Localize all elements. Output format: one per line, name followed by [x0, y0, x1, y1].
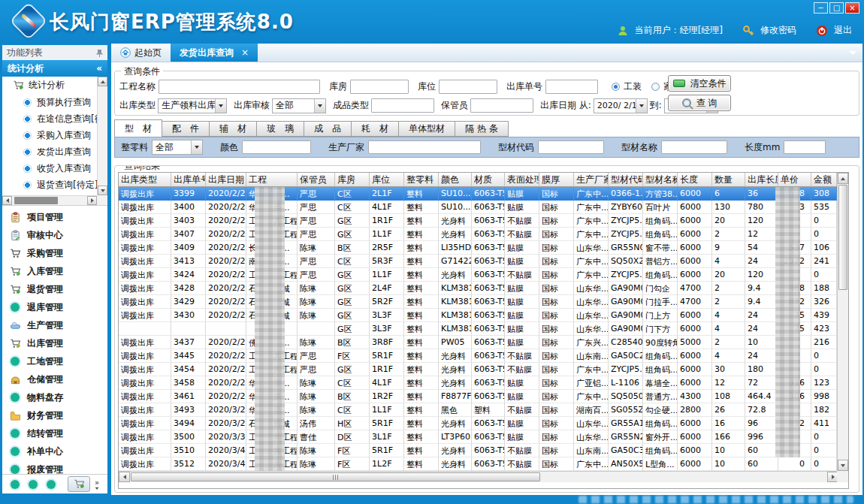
column-header[interactable]: 膜厚	[539, 173, 574, 187]
table-row[interactable]: 调拨出库34942020/3/2石 辉城汤伟H区5R1F整料光身料6063-T5…	[119, 417, 848, 430]
radio-unchecked[interactable]	[651, 83, 660, 91]
collapse-icon[interactable]: «	[96, 63, 102, 74]
table-row[interactable]: 调拨出库33992020/2/25华 原...严思C区2L1F整料SU10...…	[119, 187, 848, 201]
manufacturer-input[interactable]	[368, 140, 481, 154]
chevron-down-icon[interactable]	[215, 99, 226, 113]
column-header[interactable]: 材质	[472, 173, 505, 187]
sidebar-menu-item[interactable]: 退库管理	[2, 298, 107, 316]
tree-horizontal-scrollbar[interactable]	[2, 195, 97, 205]
out-type-select[interactable]: 生产领料出库	[158, 98, 227, 113]
column-header[interactable]: 金额	[811, 173, 837, 187]
quick-dot-icon[interactable]	[47, 480, 56, 489]
scroll-thumb[interactable]	[838, 185, 847, 290]
product-type-input[interactable]	[371, 98, 434, 113]
material-tab[interactable]: 耗 材	[352, 121, 399, 137]
column-header[interactable]: 单价	[778, 173, 811, 187]
table-row[interactable]: 调拨出库34032020/2/25工 共工程严思G区1R1F整料光身料6063-…	[119, 214, 848, 228]
column-header[interactable]: 颜色	[439, 173, 472, 187]
chevron-down-icon[interactable]	[636, 99, 647, 113]
sidebar-menu-item[interactable]: 退货管理	[2, 280, 107, 298]
sidebar-menu-item[interactable]: 项目管理	[2, 208, 107, 226]
tree-item[interactable]: 在途信息查询[待	[2, 110, 107, 127]
material-tab[interactable]: 隔 热 条	[455, 121, 509, 137]
sidebar-menu-item[interactable]: 结转管理	[2, 424, 107, 442]
tab-overflow-caret[interactable]	[849, 51, 856, 59]
column-header[interactable]: 工程	[246, 173, 298, 187]
quick-dot-icon[interactable]	[29, 480, 38, 489]
scroll-down-button[interactable]	[838, 460, 848, 471]
section-header[interactable]: 统计分析 «	[2, 60, 107, 77]
sidebar-menu-item[interactable]: 财务管理	[2, 406, 107, 424]
scroll-thumb[interactable]	[14, 197, 58, 204]
table-row[interactable]: 调拨出库34302020/2/26石 城陈琳G区3L3F整料KLM3817606…	[119, 309, 848, 322]
material-tab[interactable]: 辅 材	[210, 121, 257, 137]
tree-item[interactable]: 发货出库查询	[2, 143, 107, 160]
table-row[interactable]: 调拨出库34542020/2/28工 共工程严思G区1R1F整料光身料6063-…	[119, 363, 848, 376]
material-tab[interactable]: 玻 璃	[257, 121, 304, 137]
column-header[interactable]: 数量	[712, 173, 745, 187]
whole-select[interactable]: 全部	[152, 140, 203, 155]
cart-quick-button[interactable]	[68, 476, 90, 492]
sidebar-menu-item[interactable]: 入库管理	[2, 262, 107, 280]
sidebar-menu-item[interactable]: 工地管理	[2, 352, 107, 370]
tab-close-icon[interactable]: ×	[241, 47, 249, 58]
scroll-up-button[interactable]	[838, 173, 848, 184]
material-tab[interactable]: 成 品	[304, 121, 352, 137]
column-header[interactable]: 型材名称	[643, 173, 678, 187]
scroll-left-button[interactable]	[2, 196, 12, 205]
location-input[interactable]	[439, 80, 497, 94]
table-row[interactable]: 调拨出库34292020/2/26石 城陈琳G区5R2F整料KLM3817606…	[119, 295, 848, 309]
column-header[interactable]: 库位	[370, 173, 404, 187]
table-row[interactable]: 调拨出库34612020/2/28华 原...陈琳B区1R2F整料F8877FT…	[119, 390, 848, 403]
column-header[interactable]: 长度	[678, 173, 712, 187]
material-tab[interactable]: 单体型材	[399, 121, 455, 137]
color-input[interactable]	[242, 140, 311, 154]
table-row[interactable]: 调拨出库35002020/3/3工 共工程曹佳D区3L1F整料LT3P60606…	[119, 430, 848, 444]
table-row[interactable]: 调拨出库34242020/2/26工 工程严思G区1L1F整料光身料6063-T…	[119, 268, 848, 282]
table-row[interactable]: G区3L3F整料KLM38176063-T5贴膜国标山东华...GA90M09.…	[119, 322, 848, 336]
column-header[interactable]: 保管员	[298, 173, 335, 187]
sidebar-menu-item[interactable]: 生产管理	[2, 316, 107, 334]
profile-name-input[interactable]	[661, 140, 727, 154]
tab-home[interactable]: 起始页	[111, 44, 171, 62]
sidebar-menu-item[interactable]: 物料盘存	[2, 388, 107, 406]
overflow-chevron[interactable]: »	[90, 479, 104, 490]
table-row[interactable]: 调拨出库34282020/2/26石 城陈琳G区2L4F整料KLM3817606…	[119, 282, 848, 295]
length-input[interactable]	[784, 140, 826, 154]
radio-label[interactable]: 工装	[624, 80, 642, 93]
chevron-down-icon[interactable]	[191, 140, 202, 154]
warehouse-input[interactable]	[350, 80, 409, 94]
column-header[interactable]: 表面处理	[505, 173, 539, 187]
material-tab[interactable]: 配 件	[162, 121, 210, 137]
scroll-up-button[interactable]	[98, 77, 107, 86]
sidebar-menu-item[interactable]: 采购管理	[2, 244, 107, 262]
sidebar-menu-item[interactable]: 出库管理	[2, 334, 107, 352]
keeper-input[interactable]	[470, 98, 533, 113]
tree-item[interactable]: 采购入库查询	[2, 127, 107, 143]
table-row[interactable]: 调拨出库34002020/2/25华 原...严思C区4L1F整料SU10...…	[119, 201, 848, 214]
project-name-input[interactable]	[159, 80, 320, 94]
sidebar-menu-item[interactable]: 报废管理	[2, 460, 107, 474]
tab-active[interactable]: 发货出库查询 ×	[171, 44, 258, 62]
material-tab[interactable]: 型 材	[114, 119, 162, 137]
sidebar-menu-item[interactable]: 补单中心	[2, 442, 107, 460]
scroll-thumb[interactable]	[131, 472, 540, 481]
tree-vertical-scrollbar[interactable]	[97, 77, 107, 195]
grid-vertical-scrollbar[interactable]	[837, 173, 848, 471]
date-from-picker[interactable]: 2020/ 2/16	[594, 98, 648, 113]
sidebar-menu-item[interactable]: 审核中心	[2, 226, 107, 244]
close-button[interactable]: ×	[845, 2, 859, 14]
tree-item[interactable]: 预算执行查询	[2, 94, 107, 110]
pin-icon[interactable]	[96, 49, 103, 57]
table-row[interactable]: 调拨出库35122020/3/4工 共工程陈琳F区1L2F整料光身料6063-T…	[119, 457, 848, 471]
column-header[interactable]: 整零料	[404, 173, 439, 187]
minimize-button[interactable]: −	[814, 2, 828, 14]
maximize-button[interactable]: □	[829, 2, 844, 14]
column-header[interactable]: 出库单号	[171, 173, 206, 187]
tree-item[interactable]: 收货入库查询	[2, 160, 107, 177]
radio-checked[interactable]	[612, 83, 620, 91]
audit-select[interactable]: 全部	[272, 98, 326, 113]
column-header[interactable]: 型材代码	[609, 173, 643, 187]
table-row[interactable]: 调拨出库34452020/2/27工 共工程严思F区5R1F整料光身料6063-…	[119, 349, 848, 363]
table-row[interactable]: 调拨出库34072020/2/25工 工程严思G区1L1F整料光身料6063-T…	[119, 228, 848, 241]
